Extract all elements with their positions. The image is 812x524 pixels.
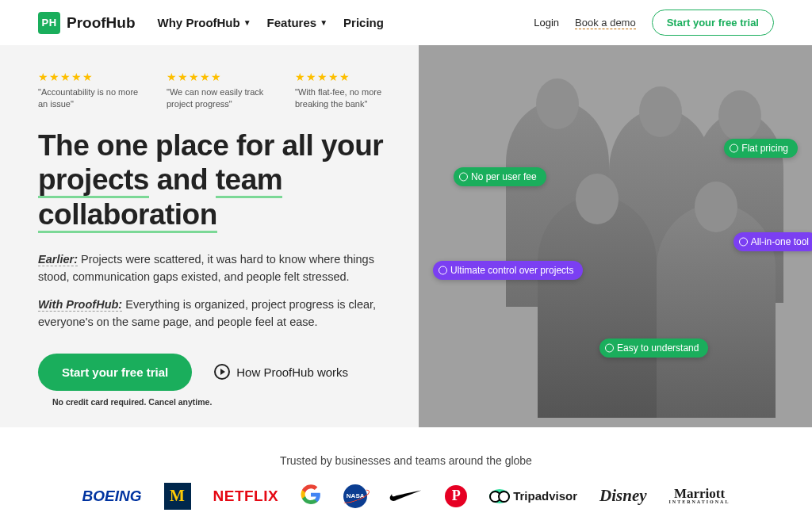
badge-easy-to-understand: Easy to understand xyxy=(599,338,708,358)
badge-all-in-one: All-in-one tool xyxy=(733,232,812,251)
book-demo-link[interactable]: Book a demo xyxy=(575,17,636,29)
logo-mark: PH xyxy=(38,12,60,34)
star-rating-icon: ★★★★★ xyxy=(167,71,268,83)
para-label: Earlier: xyxy=(38,253,78,266)
hero-image: Flat pricing No per user fee All-in-one … xyxy=(419,45,812,427)
header-actions: Login Book a demo Start your free trial xyxy=(534,10,774,36)
cta-fine-print: No credit card required. Cancel anytime. xyxy=(52,397,396,407)
how-proofhub-works-link[interactable]: How ProofHub works xyxy=(214,364,348,380)
start-trial-button[interactable]: Start your free trial xyxy=(38,354,192,391)
badge-flat-pricing: Flat pricing xyxy=(724,139,798,158)
play-circle-icon xyxy=(214,364,230,380)
person-illustration xyxy=(538,196,657,418)
logo-boeing: BOEING xyxy=(82,488,142,505)
review-quote: "With flat-fee, no more breaking the ban… xyxy=(295,86,396,111)
star-rating-icon: ★★★★★ xyxy=(38,71,140,83)
chevron-down-icon: ▼ xyxy=(320,18,327,27)
review-quote: "Accountability is no more an issue" xyxy=(38,86,140,111)
login-link[interactable]: Login xyxy=(534,17,559,29)
logo-netflix: NETFLIX xyxy=(213,488,279,505)
nav-pricing[interactable]: Pricing xyxy=(343,16,384,29)
logo-text: ProofHub xyxy=(67,14,136,32)
hero-section: ★★★★★ "Accountability is no more an issu… xyxy=(0,45,812,427)
trusted-by-label: Trusted by businesses and teams around t… xyxy=(0,427,812,475)
hero-content: ★★★★★ "Accountability is no more an issu… xyxy=(0,45,419,427)
nav-features[interactable]: Features ▼ xyxy=(267,16,327,29)
customer-logos-row: BOEING M NETFLIX NASA P Tripadvisor Disn… xyxy=(0,475,812,524)
cta-row: Start your free trial How ProofHub works xyxy=(38,354,396,391)
paragraph-earlier: Earlier: Projects were scattered, it was… xyxy=(38,251,396,286)
headline-text: and xyxy=(149,163,216,196)
review-2: ★★★★★ "We can now easily track project p… xyxy=(167,71,268,111)
logo-nike xyxy=(389,490,423,503)
headline-underline-projects: projects xyxy=(38,163,149,198)
badge-no-per-user-fee: No per user fee xyxy=(454,167,546,186)
brand-logo[interactable]: PH ProofHub xyxy=(38,12,136,34)
logo-marriott: Marriott INTERNATIONAL xyxy=(669,488,730,504)
logo-sublabel: INTERNATIONAL xyxy=(669,500,730,504)
chevron-down-icon: ▼ xyxy=(243,18,251,27)
logo-nasa: NASA xyxy=(343,484,367,508)
nav-label: Features xyxy=(267,16,317,29)
review-row: ★★★★★ "Accountability is no more an issu… xyxy=(38,71,396,111)
nav-label: Why ProofHub xyxy=(158,16,240,29)
logo-tripadvisor: Tripadvisor xyxy=(489,489,577,503)
headline-text: The one place for all your xyxy=(38,129,383,162)
how-works-label: How ProofHub works xyxy=(236,365,348,379)
review-3: ★★★★★ "With flat-fee, no more breaking t… xyxy=(295,71,396,111)
para-text: Projects were scattered, it was hard to … xyxy=(38,253,374,283)
star-rating-icon: ★★★★★ xyxy=(295,71,396,83)
logo-google xyxy=(301,484,321,508)
nav-label: Pricing xyxy=(343,16,384,29)
site-header: PH ProofHub Why ProofHub ▼ Features ▼ Pr… xyxy=(0,0,812,45)
logo-label: Tripadvisor xyxy=(513,489,577,503)
para-label: With ProofHub: xyxy=(38,298,122,312)
review-quote: "We can now easily track project progres… xyxy=(167,86,268,111)
hero-headline: The one place for all your projects and … xyxy=(38,128,396,232)
paragraph-with-proofhub: With ProofHub: Everything is organized, … xyxy=(38,296,396,331)
logo-disney: Disney xyxy=(599,486,647,506)
nav-why-proofhub[interactable]: Why ProofHub ▼ xyxy=(158,16,251,29)
start-trial-header-button[interactable]: Start your free trial xyxy=(652,10,774,36)
logo-michigan: M xyxy=(164,483,191,510)
logo-pinterest: P xyxy=(445,485,467,507)
review-1: ★★★★★ "Accountability is no more an issu… xyxy=(38,71,140,111)
badge-ultimate-control: Ultimate control over projects xyxy=(433,261,583,280)
main-nav: Why ProofHub ▼ Features ▼ Pricing xyxy=(158,16,384,29)
tripadvisor-owl-icon xyxy=(489,489,510,503)
